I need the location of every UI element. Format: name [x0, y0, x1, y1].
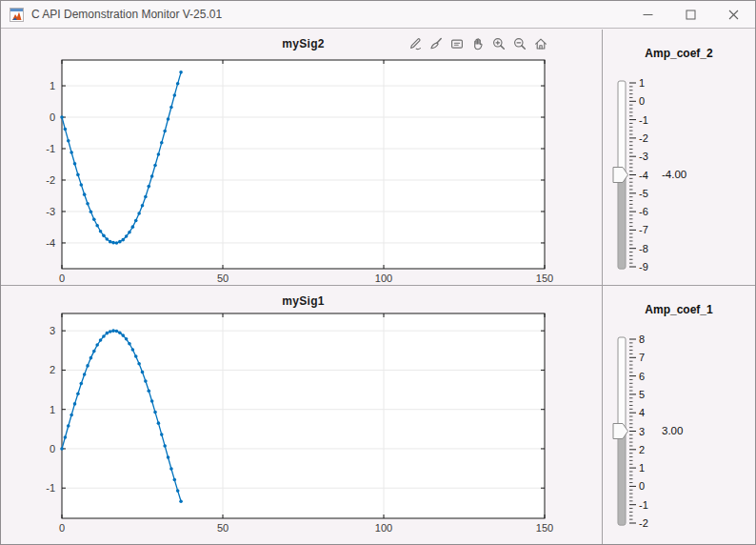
svg-text:-1: -1 — [639, 114, 648, 126]
svg-text:-4: -4 — [46, 237, 55, 249]
close-icon — [728, 10, 739, 20]
svg-text:100: 100 — [375, 522, 392, 534]
amp-coef-2-slider[interactable]: 10-1-2-3-4-5-6-7-8-9 — [603, 30, 755, 285]
svg-text:4: 4 — [639, 407, 645, 418]
window-title: C API Demonstration Monitor V-25.01 — [31, 8, 222, 21]
panel-mysig2: mySig2 — [1, 30, 602, 285]
minimize-icon — [643, 10, 653, 20]
amp-coef-2-value: -4.00 — [662, 169, 686, 180]
svg-text:-8: -8 — [639, 243, 648, 254]
svg-text:7: 7 — [639, 352, 645, 363]
maximize-icon — [686, 10, 696, 20]
svg-text:0: 0 — [50, 443, 55, 454]
panel-amp-coef-2: Amp_coef_2 10-1-2-3-4-5-6-7-8-9 -4.00 — [603, 30, 755, 285]
svg-text:-3: -3 — [46, 206, 55, 217]
matlab-app-icon — [10, 8, 24, 22]
svg-text:-1: -1 — [639, 499, 648, 511]
minimize-button[interactable] — [627, 1, 669, 28]
svg-text:-5: -5 — [639, 188, 648, 199]
titlebar: C API Demonstration Monitor V-25.01 — [1, 1, 755, 29]
svg-text:150: 150 — [536, 522, 553, 534]
matlab-membrane-glyph — [11, 11, 23, 21]
svg-text:-9: -9 — [639, 261, 648, 272]
svg-text:0: 0 — [59, 522, 65, 534]
svg-text:150: 150 — [536, 272, 553, 284]
svg-text:-3: -3 — [639, 151, 648, 162]
svg-text:1: 1 — [50, 80, 55, 91]
svg-text:0: 0 — [59, 272, 65, 284]
figure-content: mySig2 — [1, 30, 755, 545]
mysig1-axes[interactable]: 0501001503210-1 — [1, 286, 602, 545]
svg-text:0: 0 — [639, 95, 645, 107]
svg-text:-2: -2 — [639, 132, 648, 144]
svg-text:-2: -2 — [639, 517, 648, 529]
svg-text:3: 3 — [639, 426, 645, 437]
svg-text:2: 2 — [639, 444, 645, 455]
amp-coef-1-value: 3.00 — [662, 425, 683, 436]
svg-text:1: 1 — [50, 404, 55, 415]
svg-text:1: 1 — [639, 462, 645, 474]
panel-mysig1: mySig1 0501001503210-1 — [1, 286, 602, 545]
mysig2-axes[interactable]: 05010015010-1-2-3-4 — [1, 30, 602, 285]
svg-text:-4: -4 — [639, 170, 648, 181]
maximize-button[interactable] — [669, 1, 712, 28]
amp-coef-1-slider[interactable]: 876543210-1-2 — [603, 286, 755, 545]
svg-text:0: 0 — [639, 480, 645, 492]
svg-text:-1: -1 — [46, 143, 55, 154]
svg-text:-1: -1 — [46, 482, 55, 494]
svg-text:1: 1 — [639, 77, 645, 89]
svg-text:5: 5 — [639, 389, 645, 400]
panel-amp-coef-1: Amp_coef_1 876543210-1-2 3.00 — [603, 286, 755, 545]
svg-text:100: 100 — [375, 272, 392, 284]
svg-text:6: 6 — [639, 371, 645, 382]
svg-text:0: 0 — [50, 111, 55, 123]
svg-text:2: 2 — [50, 364, 55, 375]
svg-text:50: 50 — [217, 272, 229, 284]
svg-text:8: 8 — [639, 333, 645, 345]
svg-text:-7: -7 — [639, 224, 648, 235]
svg-text:-6: -6 — [639, 206, 648, 217]
svg-text:50: 50 — [217, 522, 229, 534]
svg-text:-2: -2 — [46, 174, 55, 186]
window-controls — [627, 1, 755, 28]
app-window: C API Demonstration Monitor V-25.01 mySi… — [0, 0, 756, 545]
svg-text:3: 3 — [50, 325, 55, 336]
close-button[interactable] — [712, 1, 755, 28]
